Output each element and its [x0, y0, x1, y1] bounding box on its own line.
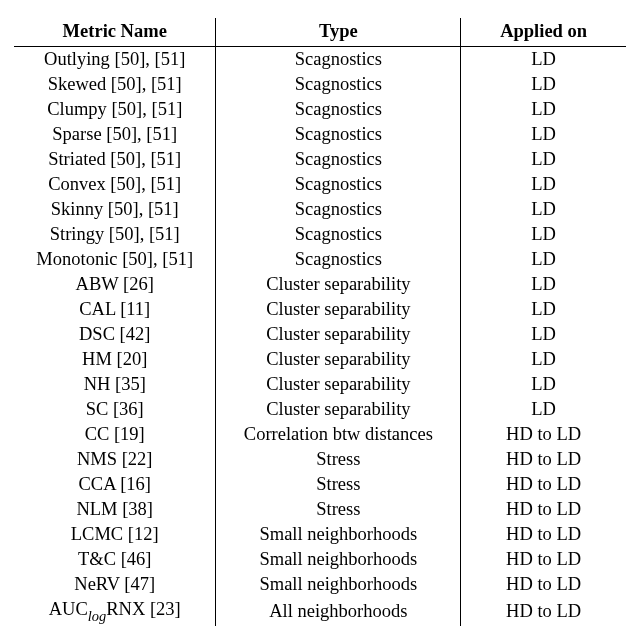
cell-type: Cluster separability [216, 372, 461, 397]
cell-metric: CAL [11] [14, 297, 216, 322]
cell-metric: AUClogRNX [23] [14, 597, 216, 626]
cell-metric: SC [36] [14, 397, 216, 422]
header-row: Metric Name Type Applied on [14, 18, 626, 47]
table-row: NLM [38]StressHD to LD [14, 497, 626, 522]
cell-type: Scagnostics [216, 247, 461, 272]
cell-metric: Skewed [50], [51] [14, 72, 216, 97]
cell-metric: NMS [22] [14, 447, 216, 472]
cell-applied: LD [461, 322, 626, 347]
table-row: DSC [42]Cluster separabilityLD [14, 322, 626, 347]
cell-applied: HD to LD [461, 547, 626, 572]
cell-type: Scagnostics [216, 47, 461, 73]
cell-applied: HD to LD [461, 497, 626, 522]
table-row: Stringy [50], [51]ScagnosticsLD [14, 222, 626, 247]
cell-type: Cluster separability [216, 347, 461, 372]
cell-applied: LD [461, 347, 626, 372]
cell-applied: LD [461, 97, 626, 122]
cell-type: Cluster separability [216, 397, 461, 422]
cell-applied: LD [461, 222, 626, 247]
cell-metric: NLM [38] [14, 497, 216, 522]
cell-type: All neighborhoods [216, 597, 461, 626]
cell-applied: HD to LD [461, 572, 626, 597]
table-row: T&C [46]Small neighborhoodsHD to LD [14, 547, 626, 572]
cell-type: Stress [216, 497, 461, 522]
header-type: Type [216, 18, 461, 47]
cell-type: Small neighborhoods [216, 547, 461, 572]
cell-applied: HD to LD [461, 472, 626, 497]
table-row: Skinny [50], [51]ScagnosticsLD [14, 197, 626, 222]
cell-type: Scagnostics [216, 97, 461, 122]
table-row: Outlying [50], [51]ScagnosticsLD [14, 47, 626, 73]
cell-applied: LD [461, 397, 626, 422]
table-row: NeRV [47]Small neighborhoodsHD to LD [14, 572, 626, 597]
cell-metric: ABW [26] [14, 272, 216, 297]
cell-applied: LD [461, 72, 626, 97]
table-row: Monotonic [50], [51]ScagnosticsLD [14, 247, 626, 272]
cell-type: Cluster separability [216, 272, 461, 297]
table-row: Convex [50], [51]ScagnosticsLD [14, 172, 626, 197]
cell-applied: LD [461, 247, 626, 272]
cell-applied: HD to LD [461, 597, 626, 626]
cell-metric: NH [35] [14, 372, 216, 397]
cell-type: Small neighborhoods [216, 572, 461, 597]
cell-type: Scagnostics [216, 222, 461, 247]
table-row: NMS [22]StressHD to LD [14, 447, 626, 472]
cell-applied: HD to LD [461, 422, 626, 447]
cell-applied: LD [461, 172, 626, 197]
cell-type: Scagnostics [216, 172, 461, 197]
cell-applied: LD [461, 122, 626, 147]
table-row: ABW [26]Cluster separabilityLD [14, 272, 626, 297]
cell-metric: HM [20] [14, 347, 216, 372]
cell-applied: LD [461, 272, 626, 297]
table-row: HM [20]Cluster separabilityLD [14, 347, 626, 372]
table-row: CAL [11]Cluster separabilityLD [14, 297, 626, 322]
table-row: CC [19]Correlation btw distancesHD to LD [14, 422, 626, 447]
header-metric: Metric Name [14, 18, 216, 47]
cell-metric: Striated [50], [51] [14, 147, 216, 172]
cell-type: Scagnostics [216, 147, 461, 172]
cell-applied: LD [461, 147, 626, 172]
cell-type: Correlation btw distances [216, 422, 461, 447]
cell-type: Scagnostics [216, 197, 461, 222]
table-row: Sparse [50], [51]ScagnosticsLD [14, 122, 626, 147]
cell-metric: Monotonic [50], [51] [14, 247, 216, 272]
table-row: SC [36]Cluster separabilityLD [14, 397, 626, 422]
table-row: LCMC [12]Small neighborhoodsHD to LD [14, 522, 626, 547]
cell-metric: Clumpy [50], [51] [14, 97, 216, 122]
cell-applied: LD [461, 372, 626, 397]
cell-applied: HD to LD [461, 447, 626, 472]
table-row: CCA [16]StressHD to LD [14, 472, 626, 497]
cell-metric: Sparse [50], [51] [14, 122, 216, 147]
cell-metric: T&C [46] [14, 547, 216, 572]
cell-applied: LD [461, 47, 626, 73]
cell-type: Stress [216, 472, 461, 497]
cell-metric: CCA [16] [14, 472, 216, 497]
cell-type: Cluster separability [216, 322, 461, 347]
cell-type: Stress [216, 447, 461, 472]
cell-metric: DSC [42] [14, 322, 216, 347]
cell-type: Cluster separability [216, 297, 461, 322]
cell-metric: LCMC [12] [14, 522, 216, 547]
table-row: Clumpy [50], [51]ScagnosticsLD [14, 97, 626, 122]
cell-metric: CC [19] [14, 422, 216, 447]
table-row: Skewed [50], [51]ScagnosticsLD [14, 72, 626, 97]
table-row: NH [35]Cluster separabilityLD [14, 372, 626, 397]
cell-type: Scagnostics [216, 122, 461, 147]
cell-type: Scagnostics [216, 72, 461, 97]
cell-metric: Skinny [50], [51] [14, 197, 216, 222]
cell-metric: Outlying [50], [51] [14, 47, 216, 73]
cell-applied: HD to LD [461, 522, 626, 547]
cell-metric: Stringy [50], [51] [14, 222, 216, 247]
header-applied: Applied on [461, 18, 626, 47]
table-row: AUClogRNX [23]All neighborhoodsHD to LD [14, 597, 626, 626]
cell-metric: Convex [50], [51] [14, 172, 216, 197]
metrics-table: Metric Name Type Applied on Outlying [50… [14, 18, 626, 626]
cell-metric: NeRV [47] [14, 572, 216, 597]
cell-applied: LD [461, 197, 626, 222]
cell-type: Small neighborhoods [216, 522, 461, 547]
table-row: Striated [50], [51]ScagnosticsLD [14, 147, 626, 172]
cell-applied: LD [461, 297, 626, 322]
